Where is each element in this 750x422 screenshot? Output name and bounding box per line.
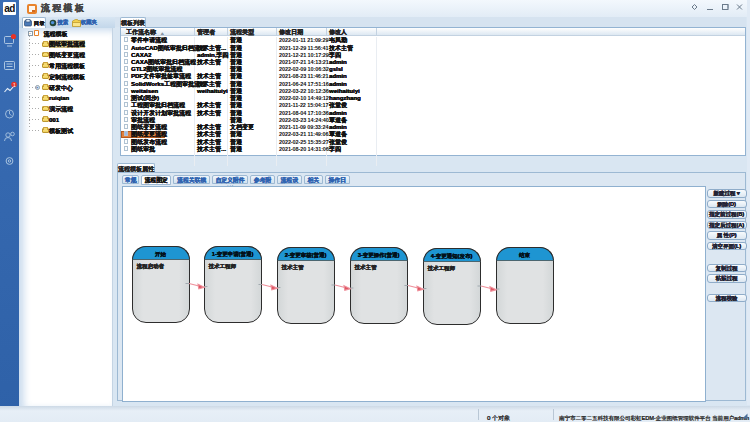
svg-text:1: 1 xyxy=(13,82,16,88)
